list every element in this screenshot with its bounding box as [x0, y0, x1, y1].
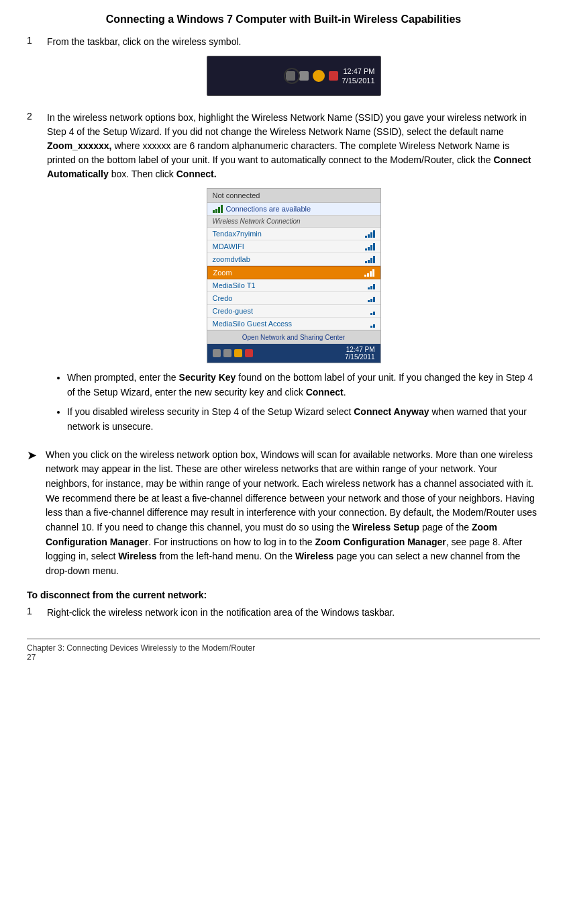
- network-item-zoomdvtlab[interactable]: zoomdvtlab: [207, 253, 380, 266]
- step-2-block: 2 In the wireless network options box, h…: [27, 111, 540, 440]
- network-item-mediasilo-guest[interactable]: MediaSilo Guest Access: [207, 318, 380, 330]
- note-bold3: Zoom Configuration Manager: [315, 537, 446, 547]
- step-2-bold1: Zoom_xxxxxx,: [47, 140, 112, 151]
- popup-footer-icon2: [223, 349, 231, 357]
- note-bold4: Wireless: [118, 551, 156, 561]
- step-2-text: In the wireless network options box, hig…: [47, 111, 540, 181]
- circle-highlight: [284, 68, 300, 84]
- signal-bars-tendax: [365, 230, 375, 238]
- note-bold1: Wireless Setup: [352, 522, 419, 533]
- wireless-icon[interactable]: [313, 70, 325, 82]
- note-text5: from the left-hand menu. On the: [157, 551, 295, 561]
- disconnect-step-1-text: Right-click the wireless network icon in…: [47, 606, 540, 620]
- signal-bars-zoom: [364, 269, 374, 277]
- popup-footer-icon1: [213, 349, 221, 357]
- bullet-item-2: If you disabled wireless security in Ste…: [67, 404, 540, 434]
- step-1-block: 1 From the taskbar, click on the wireles…: [27, 35, 540, 103]
- bullet-item-1: When prompted, enter the Security Key fo…: [67, 370, 540, 400]
- wifi-popup-screenshot: Not connected Connections are available …: [207, 188, 381, 363]
- taskbar-time: 12:47 PM 7/15/2011: [342, 66, 375, 86]
- bullet-1-bold: Security Key: [179, 372, 236, 383]
- network-item-mdawifi[interactable]: MDAWIFI: [207, 240, 380, 253]
- bullet-1-bold2: Connect: [306, 387, 344, 398]
- note-text3: . For instructions on how to log in to t…: [148, 537, 315, 547]
- page-title: Connecting a Windows 7 Computer with Bui…: [27, 13, 540, 26]
- note-arrow-icon: ➤: [27, 448, 40, 579]
- popup-footer: 12:47 PM 7/15/2011: [207, 344, 380, 363]
- step-1-number: 1: [27, 35, 47, 103]
- signal-bars-mediasilo-t1: [368, 281, 375, 289]
- step-2-text-p1: In the wireless network options box, hig…: [47, 112, 527, 137]
- popup-footer-icon4: [245, 349, 253, 357]
- popup-footer-time: 12:47 PM 7/15/2011: [345, 346, 375, 361]
- note-bold5: Wireless: [295, 551, 333, 561]
- footer-chapter-label: Chapter 3: Connecting Devices Wirelessly…: [27, 643, 540, 653]
- note-text-main: When you click on the wireless network o…: [46, 449, 537, 533]
- signal-bars-icon: [213, 205, 223, 213]
- popup-connections-available: Connections are available: [207, 203, 380, 216]
- taskbar-image: 12:47 PM 7/15/2011: [207, 56, 381, 96]
- network-item-mediasilo-t1[interactable]: MediaSilo T1: [207, 279, 380, 292]
- bullet-list: When prompted, enter the Security Key fo…: [47, 370, 540, 434]
- signal-bars-mda: [365, 242, 375, 250]
- signal-bars-zoomdvt: [365, 255, 375, 263]
- network-item-tendax[interactable]: Tendax7nyimin: [207, 228, 380, 240]
- bullet-1-text-before: When prompted, enter the: [67, 372, 179, 383]
- network-item-credo[interactable]: Credo: [207, 292, 380, 305]
- footer-page-number: 27: [27, 653, 540, 662]
- bullet-2-text-before: If you disabled wireless security in Ste…: [67, 406, 354, 417]
- step-1-text: From the taskbar, click on the wireless …: [47, 35, 540, 49]
- popup-not-connected: Not connected: [207, 189, 380, 203]
- step-2-text-p3: box. Then click: [109, 169, 176, 179]
- step-2-bold3: Connect.: [176, 169, 217, 179]
- tray-icon-3: [329, 71, 338, 81]
- disconnect-step-1: 1 Right-click the wireless network icon …: [27, 606, 540, 625]
- popup-open-center[interactable]: Open Network and Sharing Center: [207, 330, 380, 344]
- footer-bar: Chapter 3: Connecting Devices Wirelessly…: [27, 639, 540, 662]
- bullet-1-text-end: .: [344, 387, 346, 398]
- popup-section-label: Wireless Network Connection: [207, 216, 380, 228]
- note-text2: page of the: [419, 522, 472, 533]
- disconnect-section: To disconnect from the current network: …: [27, 590, 540, 625]
- bullet-2-bold: Connect Anyway: [354, 406, 429, 417]
- step-2-number: 2: [27, 111, 47, 440]
- network-item-credo-guest[interactable]: Credo-guest: [207, 305, 380, 318]
- signal-bars-credo-guest: [370, 307, 375, 315]
- step-2-content: In the wireless network options box, hig…: [47, 111, 540, 440]
- popup-footer-icon3: [234, 349, 242, 357]
- disconnect-step-1-number: 1: [27, 606, 47, 625]
- signal-bars-mediasilo-guest: [370, 320, 375, 328]
- disconnect-step-1-content: Right-click the wireless network icon in…: [47, 606, 540, 625]
- network-item-zoom[interactable]: Zoom: [207, 266, 380, 279]
- step-2-text-p2: where xxxxxx are 6 random alphanumeric c…: [47, 140, 509, 165]
- disconnect-heading: To disconnect from the current network:: [27, 590, 540, 600]
- note-block: ➤ When you click on the wireless network…: [27, 448, 540, 579]
- tray-icon-2: [299, 71, 309, 81]
- step-1-content: From the taskbar, click on the wireless …: [47, 35, 540, 103]
- note-content: When you click on the wireless network o…: [46, 448, 540, 579]
- signal-bars-credo: [368, 294, 375, 302]
